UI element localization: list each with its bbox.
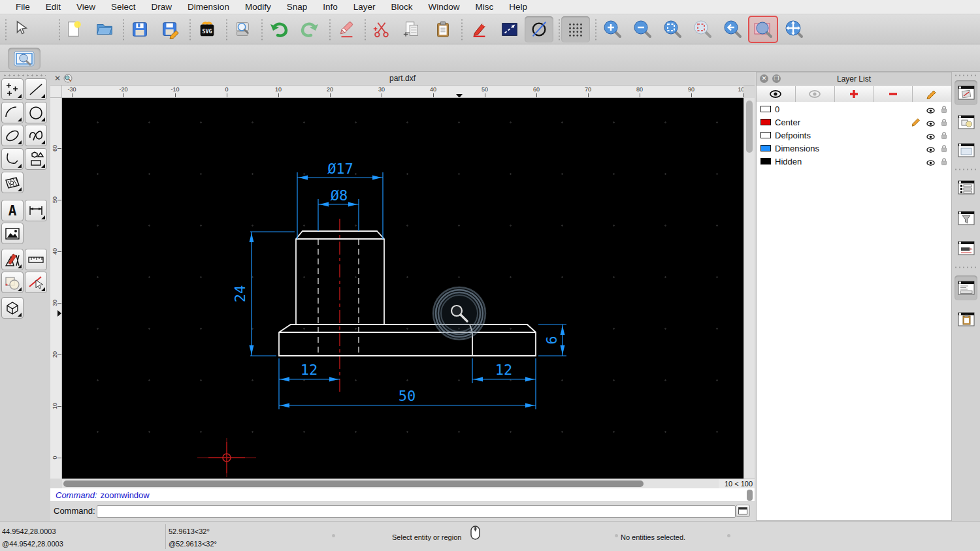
zoom-out-button[interactable] — [628, 16, 657, 42]
circle-tool[interactable] — [25, 102, 47, 123]
layer-lock-icon[interactable] — [940, 131, 948, 142]
show-all-layers-button[interactable] — [757, 86, 796, 102]
zoom-previous-button[interactable] — [688, 16, 717, 42]
command-input[interactable] — [97, 505, 736, 518]
layer-color-swatch[interactable] — [760, 106, 771, 112]
clipboard-widget-button[interactable] — [955, 307, 977, 332]
menu-draw[interactable]: Draw — [144, 0, 180, 14]
menu-dimension[interactable]: Dimension — [180, 0, 237, 14]
zoom-in-button[interactable] — [598, 16, 627, 42]
points-tool[interactable] — [1, 78, 24, 100]
select-tool[interactable] — [25, 272, 47, 293]
dimension-tool[interactable] — [25, 200, 47, 221]
image-tool[interactable] — [1, 223, 24, 244]
layer-color-swatch[interactable] — [760, 132, 771, 138]
undo-button[interactable] — [265, 16, 293, 42]
open-file-button[interactable] — [90, 16, 119, 42]
layer-row-defpoints[interactable]: Defpoints — [757, 129, 951, 142]
horizontal-scrollbar[interactable] — [62, 479, 719, 488]
circle-line-button[interactable] — [525, 16, 553, 42]
command-dock-button[interactable] — [736, 505, 750, 517]
paste-button[interactable] — [429, 16, 457, 42]
menu-snap[interactable]: Snap — [279, 0, 316, 14]
menu-info[interactable]: Info — [315, 0, 346, 14]
spline-tool[interactable] — [25, 125, 47, 146]
part-drawing: Ø17 Ø8 24 6 — [62, 98, 743, 479]
command-widget-icon — [957, 279, 975, 296]
layer-row-dimensions[interactable]: Dimensions — [757, 142, 951, 155]
horizontal-scrollbar-thumb[interactable] — [63, 480, 644, 487]
svg-export-button[interactable]: SVG — [193, 16, 221, 42]
line-tool[interactable] — [25, 78, 47, 100]
modify-tool[interactable] — [1, 272, 24, 293]
vertical-scrollbar-thumb[interactable] — [746, 101, 753, 153]
measure-tool[interactable] — [25, 249, 47, 270]
command-history-scrollbar[interactable] — [747, 490, 753, 501]
draw-tools-group[interactable] — [1, 249, 24, 270]
layer-lock-icon[interactable] — [940, 118, 948, 129]
layer-lock-icon[interactable] — [940, 157, 948, 168]
layer-color-swatch[interactable] — [760, 119, 771, 125]
polyline-tool[interactable] — [1, 148, 24, 170]
save-button[interactable] — [125, 16, 154, 42]
layer-color-swatch[interactable] — [760, 158, 771, 165]
copy-button[interactable] — [397, 16, 426, 42]
zoom-auto-button[interactable] — [658, 16, 687, 42]
cut-button[interactable] — [367, 16, 395, 42]
add-layer-button[interactable] — [835, 86, 874, 102]
zoom-window-button[interactable] — [749, 16, 777, 42]
polygon-tool[interactable] — [25, 148, 47, 170]
layer-row-0[interactable]: 0 — [757, 102, 951, 116]
layer-lock-icon[interactable] — [940, 104, 948, 116]
print-preview-button[interactable] — [228, 16, 257, 42]
layer-list-button[interactable] — [955, 175, 977, 200]
edit-layer-button[interactable] — [913, 86, 951, 102]
menu-file[interactable]: File — [8, 0, 38, 14]
menu-layer[interactable]: Layer — [346, 0, 384, 14]
line-attributes-button[interactable] — [495, 16, 524, 42]
layer-row-hidden[interactable]: Hidden — [757, 155, 951, 168]
menu-help[interactable]: Help — [501, 0, 535, 14]
mouse-icon — [470, 526, 480, 541]
menu-edit[interactable]: Edit — [38, 0, 69, 14]
layer-visible-icon[interactable] — [926, 157, 936, 169]
delete-button[interactable] — [332, 16, 361, 42]
pen-toolbar-button[interactable] — [955, 236, 977, 260]
remove-layer-button[interactable] — [874, 86, 913, 102]
block-list-button[interactable] — [955, 110, 977, 134]
ellipse-tool[interactable] — [1, 125, 24, 146]
selection-filter-button[interactable] — [955, 206, 977, 230]
zoom-back-button[interactable] — [718, 16, 747, 42]
save-as-button[interactable] — [156, 16, 185, 42]
menu-select[interactable]: Select — [103, 0, 144, 14]
grid-toggle-button[interactable] — [561, 16, 590, 42]
menu-misc[interactable]: Misc — [468, 0, 502, 14]
relative-coordinate: @44.9542,28.0003 — [2, 540, 63, 548]
arc-tool[interactable] — [1, 102, 24, 123]
menu-window[interactable]: Window — [421, 0, 468, 14]
active-zoom-window-button[interactable] — [8, 48, 41, 70]
palette-handle[interactable] — [3, 74, 46, 76]
draw-pen-button[interactable] — [465, 16, 493, 42]
library-browser-button[interactable] — [955, 80, 977, 105]
menu-block[interactable]: Block — [384, 0, 421, 14]
box-3d-tool[interactable] — [1, 297, 24, 319]
vertical-scrollbar[interactable] — [743, 98, 755, 479]
text-tool[interactable]: A — [1, 200, 24, 221]
command-options-button[interactable] — [955, 138, 977, 163]
line-attributes-icon — [500, 20, 519, 39]
drawing-canvas[interactable]: Ø17 Ø8 24 6 — [62, 98, 743, 479]
menu-view[interactable]: View — [69, 0, 103, 14]
circle-line-icon — [529, 20, 549, 39]
hide-all-layers-button[interactable] — [796, 86, 835, 102]
layer-lock-icon[interactable] — [940, 144, 948, 155]
layer-row-center[interactable]: Center — [757, 116, 951, 129]
redo-button[interactable] — [295, 16, 324, 42]
command-widget-button[interactable] — [955, 276, 977, 300]
layer-color-swatch[interactable] — [760, 145, 771, 151]
new-file-button[interactable] — [59, 16, 88, 42]
zoom-pan-button[interactable] — [779, 16, 808, 42]
menu-modify[interactable]: Modify — [237, 0, 279, 14]
arrow-cursor-button[interactable] — [7, 16, 35, 42]
hatch-tool[interactable] — [1, 172, 24, 193]
